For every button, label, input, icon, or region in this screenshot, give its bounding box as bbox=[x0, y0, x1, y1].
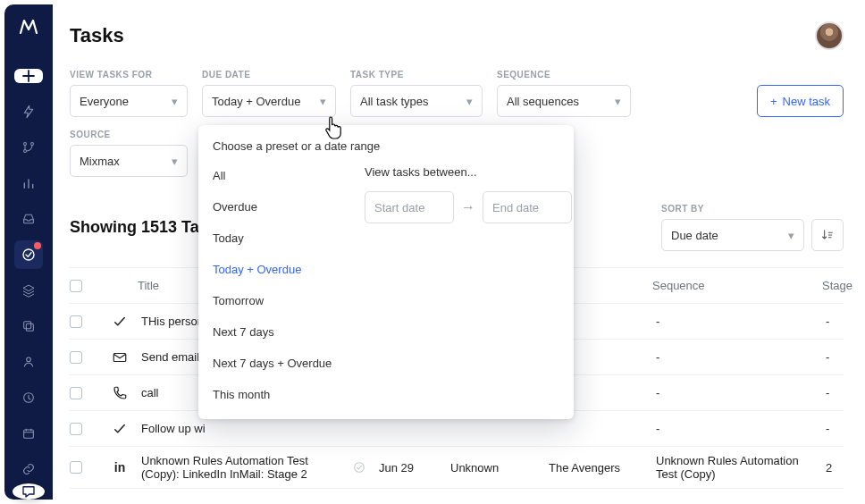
nav-inbox-icon[interactable] bbox=[14, 205, 43, 233]
sort-value: Due date bbox=[671, 229, 718, 242]
range-title: View tasks between... bbox=[365, 165, 572, 179]
cell-stage: - bbox=[822, 307, 863, 335]
filter-duedate-value: Today + Overdue bbox=[212, 95, 300, 108]
new-task-label: New task bbox=[783, 95, 830, 108]
filter-sequence-value: All sequences bbox=[507, 95, 579, 108]
nav-clock-icon[interactable] bbox=[14, 383, 43, 412]
cell-sequence: Unknown Rules Automation Test (Copy) bbox=[652, 447, 822, 488]
plus-icon: + bbox=[770, 95, 777, 108]
cell-seqgroup: The Avengers bbox=[545, 454, 652, 482]
chevron-down-icon: ▾ bbox=[172, 95, 178, 108]
preset-today[interactable]: Today bbox=[213, 228, 347, 248]
chevron-down-icon: ▾ bbox=[615, 95, 621, 108]
col-sequence: Sequence bbox=[652, 279, 822, 292]
chevron-down-icon: ▾ bbox=[788, 229, 794, 242]
arrow-right-icon: → bbox=[461, 199, 475, 215]
new-task-button[interactable]: + New task bbox=[757, 85, 844, 117]
nav-bars-icon[interactable] bbox=[14, 169, 43, 197]
filter-source-value: Mixmax bbox=[80, 155, 120, 168]
cell-title: Unknown Rules Automation Test (Copy): Li… bbox=[138, 447, 343, 488]
nav-tasks-icon[interactable] bbox=[14, 240, 43, 269]
dropdown-presets: All Overdue Today Today + Overdue Tomorr… bbox=[213, 165, 347, 405]
cell-stage: 2 bbox=[822, 454, 863, 482]
preset-today-overdue[interactable]: Today + Overdue bbox=[213, 259, 347, 280]
row-checkbox[interactable] bbox=[70, 315, 82, 328]
filter-tasktype[interactable]: All task types ▾ bbox=[350, 85, 483, 117]
table-row[interactable]: in Unknown Rules Automation Test (Copy):… bbox=[70, 447, 844, 489]
filter-label-source: SOURCE bbox=[70, 130, 188, 139]
nav-branch-icon[interactable] bbox=[14, 133, 43, 162]
chevron-down-icon: ▾ bbox=[172, 155, 178, 168]
svg-point-2 bbox=[31, 143, 34, 146]
chevron-down-icon: ▾ bbox=[320, 95, 326, 108]
end-date-input[interactable] bbox=[483, 191, 572, 223]
row-checkbox[interactable] bbox=[70, 387, 82, 399]
cell-sequence: - bbox=[652, 343, 822, 371]
preset-overdue[interactable]: Overdue bbox=[213, 197, 347, 217]
chevron-down-icon: ▾ bbox=[466, 95, 473, 108]
cell-stage: - bbox=[822, 343, 863, 371]
cell-stage: - bbox=[822, 415, 863, 442]
cell-sequence: - bbox=[652, 415, 822, 442]
duedate-dropdown: Choose a preset or a date range All Over… bbox=[198, 125, 574, 419]
filter-duedate[interactable]: Today + Overdue ▾ bbox=[202, 85, 336, 117]
sort-label: SORT BY bbox=[661, 204, 804, 214]
preset-next7[interactable]: Next 7 days bbox=[213, 322, 347, 342]
start-date-input[interactable] bbox=[365, 191, 454, 223]
filter-viewfor[interactable]: Everyone ▾ bbox=[70, 85, 188, 117]
page-header: Tasks bbox=[70, 21, 844, 50]
filter-label-sequence: SEQUENCE bbox=[497, 70, 631, 80]
add-button[interactable] bbox=[14, 69, 43, 83]
preset-next7-overdue[interactable]: Next 7 days + Overdue bbox=[213, 353, 347, 374]
nav-bolt-icon[interactable] bbox=[14, 97, 43, 126]
svg-rect-8 bbox=[24, 430, 34, 438]
svg-rect-4 bbox=[26, 323, 33, 331]
filter-tasktype-value: All task types bbox=[360, 95, 429, 108]
check-icon bbox=[102, 421, 138, 437]
linkedin-icon: in bbox=[102, 460, 138, 475]
cell-stage: - bbox=[822, 379, 863, 407]
phone-icon bbox=[102, 385, 138, 401]
dropdown-title: Choose a preset or a date range bbox=[213, 139, 559, 153]
filter-sequence[interactable]: All sequences ▾ bbox=[497, 85, 631, 117]
app-logo bbox=[16, 15, 41, 37]
svg-point-0 bbox=[24, 143, 27, 146]
sort-control[interactable]: Due date ▾ bbox=[661, 219, 804, 251]
row-checkbox[interactable] bbox=[70, 423, 82, 435]
cell-assigned: Unknown bbox=[447, 454, 545, 482]
cell-due: Jun 29 bbox=[375, 454, 447, 482]
cell-sequence: - bbox=[652, 379, 822, 407]
svg-point-1 bbox=[24, 150, 27, 153]
preset-all[interactable]: All bbox=[213, 165, 347, 186]
filter-label-tasktype: TASK TYPE bbox=[350, 70, 483, 80]
svg-rect-5 bbox=[24, 322, 31, 329]
sidebar bbox=[4, 4, 53, 500]
sort-direction-button[interactable] bbox=[811, 219, 844, 251]
filter-label-viewfor: VIEW TASKS FOR bbox=[70, 70, 188, 80]
nav-link-icon[interactable] bbox=[14, 455, 43, 483]
nav-badge bbox=[34, 242, 41, 249]
nav-layers-icon[interactable] bbox=[14, 276, 43, 305]
filter-viewfor-value: Everyone bbox=[80, 95, 129, 108]
page-title: Tasks bbox=[70, 24, 124, 47]
nav-copy-icon[interactable] bbox=[14, 312, 43, 340]
chat-button[interactable] bbox=[13, 483, 45, 500]
select-all-checkbox[interactable] bbox=[70, 280, 82, 292]
preset-tomorrow[interactable]: Tomorrow bbox=[213, 290, 347, 311]
svg-point-3 bbox=[23, 249, 34, 260]
svg-point-6 bbox=[27, 357, 31, 362]
svg-point-10 bbox=[355, 463, 365, 473]
nav-calendar-icon[interactable] bbox=[14, 419, 43, 448]
user-avatar[interactable] bbox=[815, 21, 844, 50]
row-checkbox[interactable] bbox=[70, 351, 82, 364]
filter-label-duedate: DUE DATE bbox=[202, 70, 336, 80]
preset-this-month[interactable]: This month bbox=[213, 384, 347, 405]
col-stage: Stage bbox=[822, 279, 863, 292]
status-check-icon bbox=[343, 460, 375, 475]
nav-person-icon[interactable] bbox=[14, 348, 43, 376]
mail-icon bbox=[102, 349, 138, 365]
svg-rect-9 bbox=[113, 353, 126, 361]
filter-source[interactable]: Mixmax ▾ bbox=[70, 145, 188, 177]
row-checkbox[interactable] bbox=[70, 461, 82, 474]
sidebar-nav bbox=[14, 97, 43, 483]
